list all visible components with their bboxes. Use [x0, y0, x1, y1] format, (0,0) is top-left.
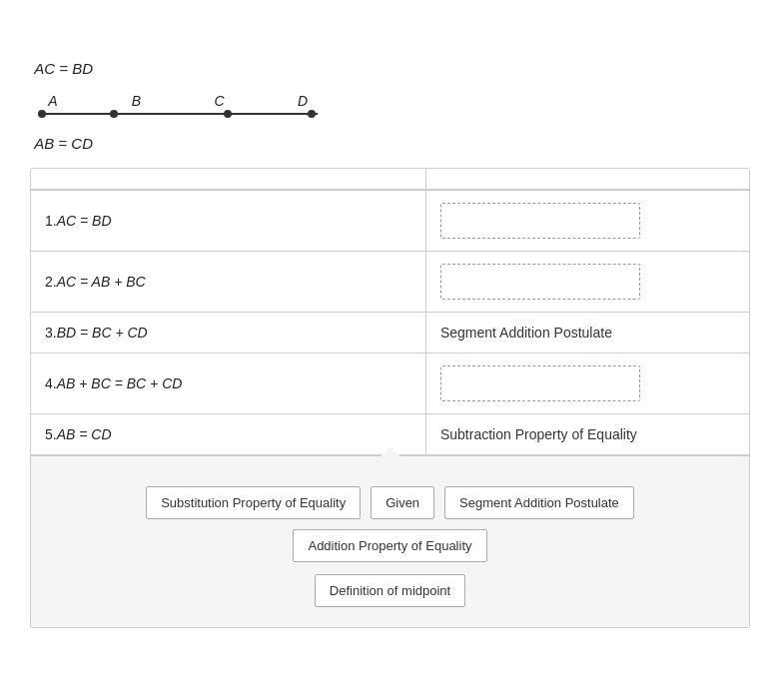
given-expr: AC: [34, 60, 55, 77]
proof-table: 1.AC = BD2.AC = AB + BC3.BD = BC + CDSeg…: [31, 169, 749, 455]
prove-statement: AB = CD: [30, 135, 750, 152]
nl-line-row: [38, 113, 318, 115]
reason-text-5: Subtraction Property of Equality: [440, 426, 637, 442]
stmt-cell-5: 5.AB = CD: [31, 414, 425, 455]
reason-text-3: Segment Addition Postulate: [440, 325, 612, 341]
drag-row-2: Definition of midpoint: [315, 574, 465, 607]
col-reason-header: [425, 169, 749, 190]
drag-chip[interactable]: Segment Addition Postulate: [444, 486, 634, 519]
reason-cell-4[interactable]: [425, 353, 749, 414]
reason-cell-5: Subtraction Property of Equality: [425, 414, 749, 455]
col-statements-header: [31, 169, 425, 190]
stmt-cell-3: 3.BD = BC + CD: [31, 313, 425, 353]
dashed-drop-box-4[interactable]: [440, 365, 640, 401]
prove-expr-rhs: CD: [71, 135, 93, 152]
given-statement: AC = BD: [30, 60, 750, 77]
nl-labels: A B C D: [38, 93, 318, 109]
stmt-cell-2: 2.AC = AB + BC: [31, 252, 425, 313]
given-expr-rhs: BD: [72, 60, 93, 77]
dashed-drop-box-1[interactable]: [440, 203, 640, 239]
proof-table-container: 1.AC = BD2.AC = AB + BC3.BD = BC + CDSeg…: [30, 168, 750, 628]
table-row: 1.AC = BD: [31, 190, 749, 252]
drag-chip[interactable]: Given: [371, 486, 434, 519]
nl-dot-B: [110, 110, 118, 118]
dashed-drop-box-2[interactable]: [440, 264, 640, 300]
table-row: 4.AB + BC = BC + CD: [31, 353, 749, 414]
nl-dot-A: [38, 110, 46, 118]
table-row: 2.AC = AB + BC: [31, 252, 749, 313]
drag-row-1: Substitution Property of EqualityGivenSe…: [51, 486, 729, 562]
drag-chip[interactable]: Substitution Property of Equality: [146, 486, 361, 519]
nl-label-A: A: [38, 93, 68, 109]
reason-cell-3: Segment Addition Postulate: [425, 313, 749, 353]
table-row: 3.BD = BC + CDSegment Addition Postulate: [31, 313, 749, 353]
nl-label-D: D: [288, 93, 318, 109]
nl-label-B: B: [121, 93, 151, 109]
nl-dot-C: [224, 110, 232, 118]
prove-expr-lhs: AB: [34, 135, 54, 152]
drag-chip[interactable]: Definition of midpoint: [315, 574, 465, 607]
nl-dot-D: [308, 110, 316, 118]
nl-line: [38, 113, 318, 115]
nl-label-C: C: [205, 93, 235, 109]
drag-chip[interactable]: Addition Property of Equality: [293, 529, 486, 562]
reason-cell-1[interactable]: [425, 190, 749, 252]
reason-cell-2[interactable]: [425, 252, 749, 313]
drag-area: Substitution Property of EqualityGivenSe…: [31, 455, 749, 627]
stmt-cell-1: 1.AC = BD: [31, 190, 425, 252]
stmt-cell-4: 4.AB + BC = BC + CD: [31, 353, 425, 414]
table-header-row: [31, 169, 749, 190]
number-line-diagram: A B C D: [30, 93, 750, 115]
drag-area-arrow: [381, 446, 400, 456]
